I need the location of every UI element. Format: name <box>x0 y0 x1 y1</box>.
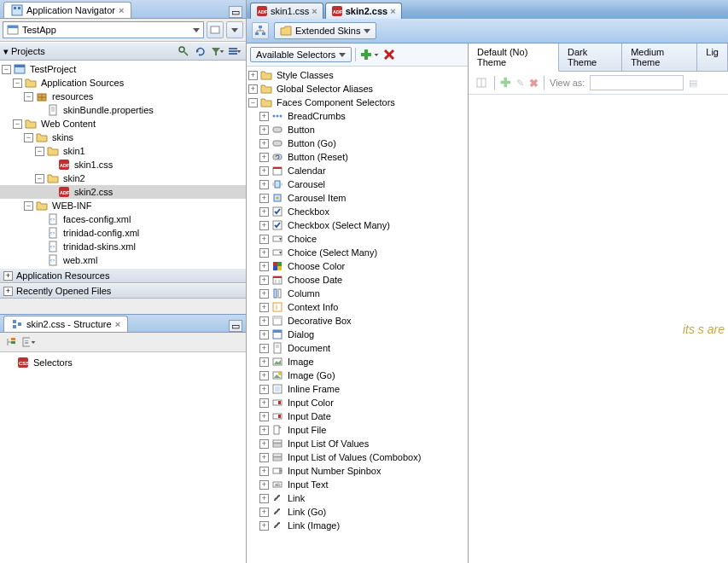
tree-label[interactable]: skinBundle.properties <box>61 105 155 115</box>
tree-row[interactable]: +Style Classes <box>247 68 468 82</box>
recently-opened-section[interactable]: + Recently Opened Files <box>0 283 246 299</box>
tree-label[interactable]: Application Sources <box>39 78 125 88</box>
tree-label[interactable]: Choice (Select Many) <box>286 247 379 258</box>
expand-icon[interactable]: + <box>259 426 269 435</box>
tree-row[interactable]: +Button <box>247 123 468 136</box>
tree-label[interactable]: Web Content <box>39 119 97 129</box>
close-icon[interactable]: × <box>115 319 120 329</box>
tree-row[interactable]: −skins <box>0 131 246 144</box>
expand-icon[interactable]: + <box>259 248 269 258</box>
collapse-icon[interactable]: − <box>24 133 33 142</box>
refresh-button[interactable] <box>193 44 208 58</box>
tree-row[interactable]: ADFskin1.css <box>0 158 246 171</box>
tree-label[interactable]: Carousel <box>286 179 327 189</box>
collapse-icon[interactable]: − <box>13 78 22 88</box>
expand-icon[interactable]: + <box>259 398 269 408</box>
structure-tab[interactable]: skin2.css - Structure × <box>3 316 128 332</box>
tree-label[interactable]: Choose Date <box>286 275 344 285</box>
tree-row[interactable]: <>trinidad-config.xml <box>0 226 246 240</box>
tree-row[interactable]: −skin1 <box>0 144 246 158</box>
tree-row[interactable]: −resources <box>0 90 246 103</box>
tree-row[interactable]: +BreadCrumbs <box>247 109 468 123</box>
add-property-button[interactable]: ✚ <box>500 75 511 90</box>
delete-selector-button[interactable] <box>383 49 395 61</box>
theme-tab-medium-theme[interactable]: Medium Theme <box>622 44 697 71</box>
extended-skins-combo[interactable]: Extended Skins <box>274 22 376 39</box>
toggle-preview-button[interactable] <box>474 76 489 90</box>
tree-row[interactable]: +Button (Reset) <box>247 150 468 164</box>
tree-label[interactable]: trinidad-config.xml <box>61 228 141 238</box>
expand-icon[interactable]: + <box>259 125 269 135</box>
tree-label[interactable]: Checkbox <box>286 206 331 217</box>
tree-label[interactable]: faces-config.xml <box>61 214 132 224</box>
close-icon[interactable]: × <box>312 6 317 16</box>
tree-label[interactable]: Link (Image) <box>286 520 341 531</box>
structure-root-label[interactable]: Selectors <box>32 357 74 368</box>
tree-row[interactable]: <>trinidad-skins.xml <box>0 240 246 253</box>
tree-row[interactable]: +Checkbox (Select Many) <box>247 218 468 232</box>
tree-label[interactable]: Carousel Item <box>286 193 347 203</box>
editor-tab-skin2-css[interactable]: ADFskin2.css× <box>325 3 402 19</box>
close-icon[interactable]: × <box>119 5 124 15</box>
tree-label[interactable]: Input Color <box>286 398 335 408</box>
tree-label[interactable]: skin1 <box>61 146 87 156</box>
find-button[interactable] <box>176 44 191 58</box>
tree-label[interactable]: Inline Frame <box>286 384 341 394</box>
expand-icon[interactable]: + <box>259 357 269 367</box>
chevron-down-icon[interactable] <box>375 54 379 56</box>
tree-row[interactable]: +Choice (Select Many) <box>247 246 468 259</box>
tree-label[interactable]: Column <box>286 288 322 299</box>
edit-button[interactable]: ✎ <box>516 78 524 89</box>
theme-tab-default-no-theme[interactable]: Default (No) Theme <box>469 44 559 72</box>
tree-label[interactable]: Dialog <box>286 329 316 340</box>
tree-row[interactable]: +Input List Of Values <box>247 437 468 450</box>
expand-icon[interactable]: + <box>248 84 258 94</box>
expand-icon[interactable]: + <box>259 207 269 217</box>
editor-tab-skin1-css[interactable]: ADFskin1.css× <box>250 3 323 19</box>
tree-row[interactable]: −Application Sources <box>0 76 246 90</box>
expand-icon[interactable]: + <box>259 289 269 299</box>
close-icon[interactable]: × <box>390 6 395 16</box>
expand-icon[interactable]: + <box>259 153 269 162</box>
expand-icon[interactable]: + <box>259 194 269 203</box>
filter-button[interactable] <box>210 44 225 58</box>
tree-row[interactable]: −skin2 <box>0 171 246 185</box>
view-options-button[interactable]: ▤ <box>689 78 697 89</box>
tree-label[interactable]: Button <box>286 125 317 135</box>
structure-options-button[interactable]: ≡ <box>21 335 37 349</box>
tree-row[interactable]: +Carousel Item <box>247 191 468 205</box>
tree-row[interactable]: +Document <box>247 341 468 355</box>
expand-icon[interactable]: + <box>259 112 269 121</box>
tree-label[interactable]: Input List of Values (Combobox) <box>286 452 422 462</box>
application-navigator-tab[interactable]: Application Navigator × <box>3 2 131 18</box>
tree-label[interactable]: BreadCrumbs <box>286 111 347 121</box>
collapse-icon[interactable]: − <box>24 201 33 211</box>
tree-row[interactable]: +Image (Go) <box>247 369 468 382</box>
tree-label[interactable]: Decorative Box <box>286 316 353 326</box>
expand-icon[interactable]: + <box>259 344 269 353</box>
expand-icon[interactable]: + <box>259 371 269 380</box>
tree-row[interactable]: +Input Date <box>247 409 468 423</box>
tree-label[interactable]: Input File <box>286 425 328 435</box>
tree-label[interactable]: Button (Reset) <box>286 152 350 162</box>
structure-tree-button[interactable] <box>3 335 19 349</box>
collapse-icon[interactable]: − <box>13 119 22 129</box>
tree-row[interactable]: +Input File <box>247 423 468 437</box>
hierarchy-button[interactable] <box>252 22 269 39</box>
tree-label[interactable]: Document <box>286 343 332 353</box>
delete-button[interactable]: ✖ <box>529 77 539 90</box>
tree-row[interactable]: +Button (Go) <box>247 136 468 150</box>
tree-label[interactable]: Choose Color <box>286 261 347 271</box>
tree-row[interactable]: +Link (Image) <box>247 519 468 532</box>
selectors-tree[interactable]: +Style Classes+Global Selector Aliases−F… <box>247 67 468 563</box>
tree-label[interactable]: Input Date <box>286 411 333 421</box>
tree-label[interactable]: Button (Go) <box>286 138 338 148</box>
tree-label[interactable]: Choice <box>286 234 318 244</box>
expand-icon[interactable]: + <box>259 235 269 244</box>
project-tree[interactable]: −TestProject−Application Sources−resourc… <box>0 61 246 268</box>
tree-row[interactable]: +Inline Frame <box>247 382 468 396</box>
tree-row[interactable]: +Calendar <box>247 164 468 177</box>
tree-row[interactable]: +Choice <box>247 232 468 246</box>
minimize-button[interactable]: ▭ <box>229 320 242 332</box>
expand-icon[interactable]: + <box>259 330 269 340</box>
